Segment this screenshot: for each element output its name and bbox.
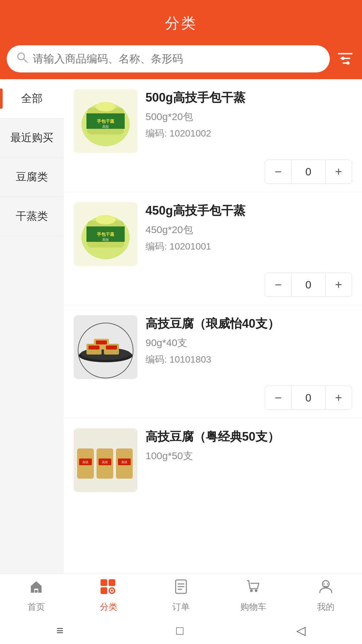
- cart-icon: [245, 579, 261, 598]
- product-code: 编码: 10101803: [145, 353, 352, 366]
- svg-text:高技: 高技: [102, 125, 109, 128]
- svg-point-52: [323, 583, 325, 585]
- increase-button[interactable]: +: [325, 273, 352, 297]
- product-item: 高技豆腐（琅威怡40支） 90g*40支 编码: 10101803 − 0 +: [64, 305, 362, 418]
- product-image: [74, 315, 137, 379]
- svg-rect-25: [106, 345, 117, 350]
- home-button[interactable]: □: [176, 624, 184, 638]
- svg-rect-39: [101, 579, 107, 586]
- product-item: 手包干蒸 高技 500g高技手包干蒸 500g*20包 编码: 10201002…: [64, 79, 362, 192]
- quantity-display: 0: [292, 273, 325, 297]
- product-spec: 90g*40支: [145, 336, 352, 350]
- home-icon: [28, 579, 44, 598]
- svg-line-1: [24, 59, 27, 62]
- quantity-control: − 0 +: [74, 273, 352, 297]
- svg-point-44: [111, 590, 113, 592]
- page-title: 分类: [165, 15, 197, 31]
- product-list: 手包干蒸 高技 500g高技手包干蒸 500g*20包 编码: 10201002…: [64, 79, 362, 609]
- product-spec: 100g*50支: [145, 449, 352, 463]
- svg-point-17: [96, 215, 116, 224]
- product-code: 编码: 10201002: [145, 127, 352, 140]
- system-bar: ≡ □ ◁: [0, 617, 362, 644]
- search-input-wrap[interactable]: [7, 45, 330, 72]
- category-icon: [100, 579, 117, 598]
- nav-label-orders: 订单: [172, 601, 190, 613]
- user-icon: [318, 579, 334, 598]
- svg-rect-26: [96, 340, 107, 344]
- product-name: 高技豆腐（琅威怡40支）: [145, 315, 352, 332]
- nav-item-category[interactable]: 分类: [72, 574, 145, 617]
- svg-text:高技: 高技: [121, 461, 127, 464]
- svg-text:高技: 高技: [102, 461, 108, 464]
- nav-item-cart[interactable]: 购物车: [217, 574, 290, 617]
- svg-rect-40: [109, 579, 115, 586]
- product-spec: 450g*20包: [145, 223, 352, 237]
- svg-rect-41: [101, 587, 107, 594]
- sidebar: 全部 最近购买 豆腐类 干蒸类: [0, 79, 64, 609]
- product-item: 高技 高技 高技 高技豆腐（粤经典50支） 100g*50支: [64, 418, 362, 492]
- product-image: 手包干蒸 高技: [74, 89, 137, 153]
- sidebar-item-dim[interactable]: 干蒸类: [0, 197, 64, 236]
- menu-button[interactable]: ≡: [56, 624, 63, 638]
- decrease-button[interactable]: −: [265, 386, 292, 410]
- main-content: 全部 最近购买 豆腐类 干蒸类: [0, 79, 362, 609]
- search-bar: [0, 40, 362, 79]
- product-name: 450g高技手包干蒸: [145, 202, 352, 219]
- svg-rect-38: [35, 590, 38, 593]
- svg-text:手包干蒸: 手包干蒸: [97, 119, 115, 124]
- sidebar-item-all[interactable]: 全部: [0, 79, 64, 118]
- product-image: 手包干蒸 高技: [74, 202, 137, 266]
- sidebar-item-recent[interactable]: 最近购买: [0, 118, 64, 158]
- search-input[interactable]: [33, 53, 320, 65]
- nav-label-mine: 我的: [317, 601, 335, 613]
- product-item: 手包干蒸 高技 450g高技手包干蒸 450g*20包 编码: 10201001…: [64, 192, 362, 305]
- svg-point-49: [250, 589, 253, 592]
- orders-icon: [173, 579, 189, 598]
- quantity-display: 0: [292, 160, 325, 184]
- product-image: 高技 高技 高技: [74, 428, 137, 492]
- back-button[interactable]: ◁: [296, 624, 306, 638]
- product-name: 500g高技手包干蒸: [145, 89, 352, 106]
- product-spec: 500g*20包: [145, 110, 352, 124]
- nav-item-orders[interactable]: 订单: [145, 574, 217, 617]
- nav-label-cart: 购物车: [240, 601, 266, 613]
- decrease-button[interactable]: −: [265, 273, 292, 297]
- decrease-button[interactable]: −: [265, 160, 292, 184]
- nav-label-home: 首页: [27, 601, 45, 613]
- bottom-nav: 首页 分类 订单: [0, 574, 362, 617]
- svg-point-10: [96, 102, 116, 111]
- svg-point-53: [327, 583, 328, 585]
- app-header: 分类: [0, 0, 362, 40]
- svg-point-3: [341, 57, 345, 60]
- sidebar-item-tofu[interactable]: 豆腐类: [0, 158, 64, 197]
- quantity-control: − 0 +: [74, 386, 352, 410]
- quantity-display: 0: [292, 386, 325, 410]
- nav-label-category: 分类: [100, 601, 117, 613]
- nav-item-home[interactable]: 首页: [0, 574, 72, 617]
- svg-rect-24: [88, 345, 100, 350]
- svg-point-2: [346, 61, 350, 65]
- search-icon: [16, 51, 28, 66]
- svg-text:高技: 高技: [102, 238, 109, 241]
- svg-text:高技: 高技: [82, 461, 88, 464]
- product-code: 编码: 10201001: [145, 240, 352, 253]
- nav-item-mine[interactable]: 我的: [290, 574, 362, 617]
- increase-button[interactable]: +: [325, 386, 352, 410]
- svg-text:手包干蒸: 手包干蒸: [97, 232, 115, 237]
- filter-button[interactable]: [335, 48, 355, 69]
- increase-button[interactable]: +: [325, 160, 352, 184]
- quantity-control: − 0 +: [74, 160, 352, 184]
- svg-point-50: [255, 589, 257, 592]
- product-name: 高技豆腐（粤经典50支）: [145, 428, 352, 445]
